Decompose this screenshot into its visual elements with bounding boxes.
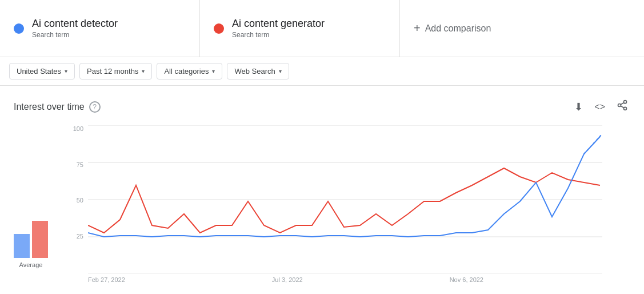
term2-label: Ai content generator bbox=[232, 18, 325, 30]
term2-dot bbox=[214, 23, 224, 34]
search-term-2[interactable]: Ai content generator Search term bbox=[200, 0, 400, 57]
y-axis-labels: 100 75 50 25 bbox=[65, 125, 88, 268]
period-filter[interactable]: Past 12 months ▾ bbox=[79, 63, 152, 80]
svg-line-4 bbox=[621, 102, 624, 104]
line-chart-wrapper: 100 75 50 25 bbox=[65, 125, 630, 285]
term2-type: Search term bbox=[232, 31, 325, 39]
embed-button[interactable]: <> bbox=[592, 100, 607, 114]
avg-label: Average bbox=[19, 261, 43, 268]
x-label-feb: Feb 27, 2022 bbox=[88, 276, 125, 283]
x-label-jul: Jul 3, 2022 bbox=[272, 276, 303, 283]
svg-point-2 bbox=[624, 107, 627, 110]
plus-icon: + bbox=[414, 22, 421, 35]
period-chevron: ▾ bbox=[142, 68, 145, 74]
add-comparison-button[interactable]: + Add comparison bbox=[400, 0, 644, 57]
blue-line bbox=[88, 137, 600, 237]
search-type-chevron: ▾ bbox=[279, 68, 282, 74]
search-type-label: Web Search bbox=[234, 67, 275, 76]
search-terms-bar: Ai content detector Search term Ai conte… bbox=[0, 0, 644, 57]
x-axis-labels: Feb 27, 2022 Jul 3, 2022 Nov 6, 2022 bbox=[88, 274, 630, 285]
average-bar-chart: Average bbox=[14, 212, 48, 285]
red-line bbox=[88, 168, 600, 233]
average-bars bbox=[14, 212, 48, 258]
chart-actions: ⬇ <> bbox=[572, 97, 630, 116]
category-chevron: ▾ bbox=[212, 68, 215, 74]
term1-text: Ai content detector Search term bbox=[32, 18, 118, 39]
term1-label: Ai content detector bbox=[32, 18, 118, 30]
y-label-50: 50 bbox=[77, 197, 83, 204]
avg-bar-red bbox=[32, 221, 48, 258]
add-comparison-label: Add comparison bbox=[425, 23, 491, 34]
search-type-filter[interactable]: Web Search ▾ bbox=[227, 63, 289, 80]
share-button[interactable] bbox=[614, 97, 630, 116]
download-button[interactable]: ⬇ bbox=[572, 98, 585, 116]
line-chart-svg bbox=[88, 125, 602, 274]
filter-bar: United States ▾ Past 12 months ▾ All cat… bbox=[0, 57, 644, 86]
chart-header-left: Interest over time ? bbox=[14, 101, 101, 113]
y-label-100: 100 bbox=[73, 125, 83, 132]
x-label-nov: Nov 6, 2022 bbox=[450, 276, 483, 283]
chart-container: Average 100 75 50 25 bbox=[14, 125, 630, 285]
y-label-25: 25 bbox=[77, 233, 83, 240]
term1-dot bbox=[14, 23, 24, 34]
chart-title: Interest over time bbox=[14, 102, 85, 112]
help-icon[interactable]: ? bbox=[89, 101, 101, 113]
region-filter[interactable]: United States ▾ bbox=[9, 63, 75, 80]
region-label: United States bbox=[17, 67, 61, 76]
category-filter[interactable]: All categories ▾ bbox=[157, 63, 222, 80]
svg-line-3 bbox=[621, 106, 624, 108]
period-label: Past 12 months bbox=[87, 67, 138, 76]
svg-point-0 bbox=[624, 101, 627, 104]
search-term-1[interactable]: Ai content detector Search term bbox=[0, 0, 200, 57]
category-label: All categories bbox=[164, 67, 209, 76]
region-chevron: ▾ bbox=[65, 68, 67, 74]
svg-point-1 bbox=[618, 104, 621, 107]
term2-text: Ai content generator Search term bbox=[232, 18, 325, 39]
chart-header: Interest over time ? ⬇ <> bbox=[14, 97, 630, 116]
term1-type: Search term bbox=[32, 31, 118, 39]
y-label-75: 75 bbox=[77, 161, 83, 168]
avg-bar-blue bbox=[14, 234, 30, 258]
chart-section: Interest over time ? ⬇ <> Average 100 bbox=[0, 86, 644, 294]
